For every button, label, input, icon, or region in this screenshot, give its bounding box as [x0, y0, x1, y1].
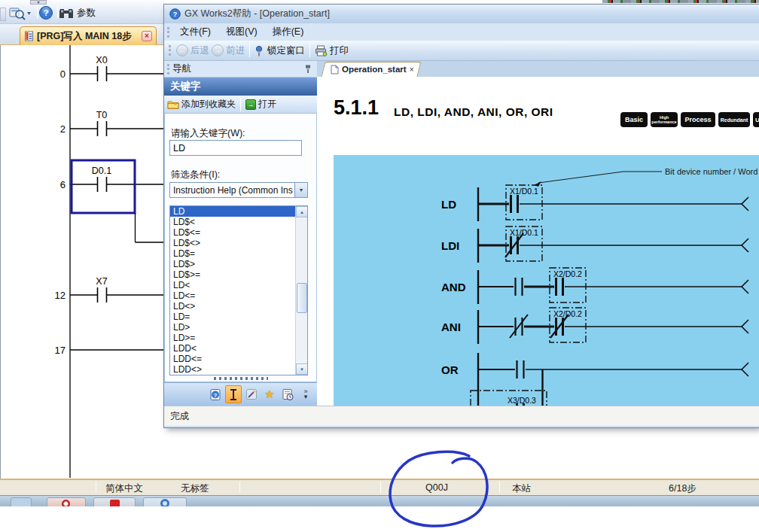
- badge-process: Process: [681, 112, 715, 127]
- status-divider: [380, 482, 381, 493]
- params-label[interactable]: 参数: [77, 7, 96, 20]
- content-tab-close[interactable]: ×: [410, 65, 414, 74]
- forward-button[interactable]: → 前进: [212, 44, 245, 57]
- help-titlebar[interactable]: ? GX Works2帮助 - [Operation_start]: [164, 5, 759, 23]
- help-glyph: ?: [173, 11, 178, 18]
- nav-title: 导航: [172, 62, 191, 75]
- keyword-input-label: 请输入关键字(W):: [171, 127, 245, 140]
- contact-label: T0: [96, 110, 108, 120]
- blue-browser-icon: [160, 499, 169, 506]
- rung-6[interactable]: 6 D0.1: [60, 160, 165, 242]
- taskbar-button-red-doc-app[interactable]: [93, 497, 136, 506]
- printer-icon: [315, 45, 328, 56]
- svg-text:?: ?: [214, 391, 218, 398]
- menu-operate[interactable]: 操作(E): [265, 23, 312, 41]
- nav-header: 导航: [164, 61, 317, 78]
- tab-operation-start[interactable]: Operation_start ×: [323, 62, 419, 77]
- list-item[interactable]: LD$=: [170, 248, 295, 259]
- instruction-diagram: Bit device number / Word device bit desi…: [334, 155, 759, 406]
- contact-label: X0: [96, 55, 107, 65]
- help-icon[interactable]: ?: [38, 5, 53, 21]
- list-item[interactable]: LD$>: [170, 259, 295, 269]
- keyword-listbox[interactable]: LD LD$< LD$<= LD$<> LD$= LD$> LD$>= LD< …: [169, 205, 308, 375]
- page-icon: [331, 65, 339, 74]
- list-item[interactable]: LD<: [170, 280, 295, 290]
- scroll-up-icon[interactable]: ▲: [296, 206, 308, 217]
- rung-12[interactable]: 12 X7: [55, 276, 165, 302]
- keyword-input[interactable]: [169, 140, 302, 156]
- small-down-glyph: ▾: [304, 394, 308, 400]
- background-toolbar-sliver: [602, 0, 759, 3]
- keyword-pane-header: 关键字: [164, 78, 317, 96]
- list-item[interactable]: LD>=: [170, 333, 295, 343]
- status-divider: [239, 482, 240, 493]
- list-item[interactable]: LD: [170, 206, 295, 217]
- list-item[interactable]: LD=: [170, 312, 295, 322]
- history-mode-icon[interactable]: [279, 385, 296, 403]
- toolbar-separator: [240, 98, 241, 111]
- star-glyph: ★: [173, 101, 178, 106]
- open-arrow-icon: →: [245, 99, 256, 110]
- list-item[interactable]: LDD<=: [170, 354, 295, 364]
- search-mode-icon[interactable]: [243, 385, 260, 403]
- menu-view[interactable]: 视图(V): [218, 23, 265, 41]
- taskbar-button-clock-app[interactable]: [47, 497, 86, 506]
- pane-splitter[interactable]: [214, 377, 268, 380]
- filter-dropdown[interactable]: Instruction Help (Common Ins ▼: [169, 182, 308, 198]
- scroll-down-icon[interactable]: ▼: [296, 363, 308, 375]
- pin-icon[interactable]: [303, 64, 312, 74]
- list-item[interactable]: LD$<: [170, 217, 295, 227]
- back-button[interactable]: ← 后退: [176, 44, 209, 57]
- status-plc-type: Q00J: [425, 482, 448, 493]
- iconbar-overflow-button[interactable]: » ▾: [297, 385, 314, 403]
- list-item[interactable]: LDD<>: [170, 364, 295, 375]
- ladder-canvas[interactable]: 0 X0 2 T0 6 D0.1: [1, 45, 165, 479]
- find-binoculars-icon[interactable]: [58, 5, 75, 22]
- toolbar-separator: [249, 44, 250, 57]
- toolbar-grip: [169, 45, 171, 56]
- taskbar-button-browser[interactable]: [143, 497, 187, 506]
- list-item[interactable]: LD<=: [170, 290, 295, 301]
- rung-17[interactable]: 17: [55, 345, 165, 356]
- list-item[interactable]: LD$<=: [170, 227, 295, 238]
- scrollbar-thumb[interactable]: [297, 283, 307, 313]
- list-item[interactable]: LD$>=: [170, 269, 295, 280]
- list-item[interactable]: LD>: [170, 322, 295, 333]
- listbox-scrollbar[interactable]: ▲ ▼: [295, 206, 307, 375]
- add-to-favorites-button[interactable]: ★ 添加到收藏夹: [167, 98, 236, 111]
- open-button[interactable]: → 打开: [245, 98, 276, 111]
- keyword-mode-icon[interactable]: [225, 385, 242, 403]
- status-station: 本站: [512, 482, 531, 495]
- help-menubar: 文件(F) 视图(V) 操作(E): [164, 23, 759, 41]
- badge-basic: Basic: [620, 112, 648, 127]
- print-button[interactable]: 打印: [315, 44, 349, 57]
- contents-mode-icon[interactable]: ?: [207, 385, 224, 403]
- menu-file[interactable]: 文件(F): [172, 23, 218, 41]
- list-item[interactable]: LD<>: [170, 301, 295, 312]
- taskbar-partial-icon[interactable]: [11, 497, 32, 506]
- favorites-mode-icon[interactable]: ★: [261, 385, 278, 403]
- back-icon: ←: [176, 44, 188, 56]
- row-label: LDI: [441, 239, 459, 252]
- ladder-editor[interactable]: 0 X0 2 T0 6 D0.1: [0, 45, 164, 479]
- device-search-icon[interactable]: [9, 5, 32, 21]
- rung-0[interactable]: 0 X0: [60, 55, 165, 81]
- status-divider: [96, 482, 96, 493]
- help-toolbar: ← 后退 → 前进 锁定窗口 打印: [164, 41, 759, 61]
- lock-window-button[interactable]: 锁定窗口: [255, 44, 305, 57]
- help-content-pane: Operation_start × 5.1.1 LD, LDI, AND, AN…: [317, 61, 759, 406]
- list-item[interactable]: LD$<>: [170, 238, 295, 248]
- pushpin-icon: [255, 45, 265, 56]
- partial-icon[interactable]: [0, 8, 6, 21]
- tab-prg-main[interactable]: [PRG]写入 MAIN 18步 ×: [20, 26, 157, 45]
- menubar-grip: [167, 27, 169, 38]
- row-label: AND: [441, 281, 466, 293]
- filter-label: 筛选条件(I):: [171, 169, 220, 181]
- chevron-down-icon[interactable]: ▼: [294, 183, 307, 197]
- diagram-annotation: Bit device number / Word device bit desi…: [665, 167, 759, 176]
- rung-2[interactable]: 2 T0: [60, 110, 165, 136]
- tab-close-button[interactable]: ×: [142, 31, 152, 41]
- toolbar-separator: [309, 44, 310, 57]
- list-item[interactable]: LDD<: [170, 343, 295, 354]
- row-device: X1/D0.1: [510, 228, 538, 237]
